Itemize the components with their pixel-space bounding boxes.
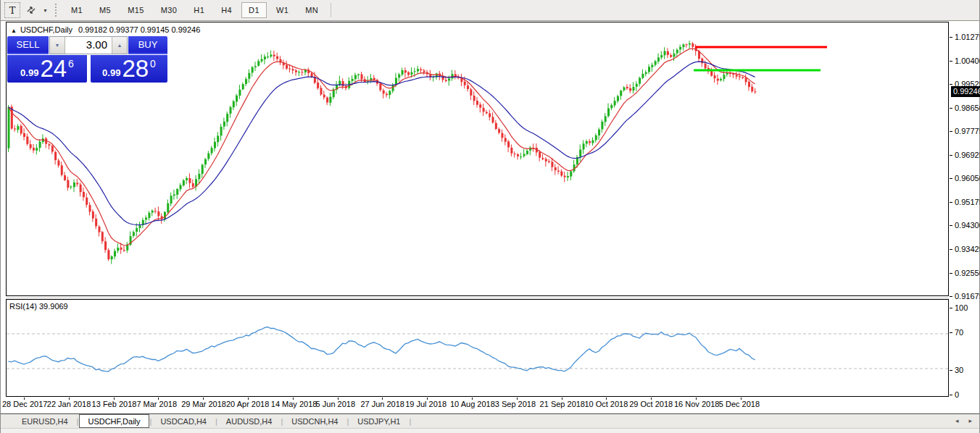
date-axis-tick xyxy=(114,398,115,400)
date-axis-tick xyxy=(651,398,652,400)
collapse-triangle-icon[interactable]: ▲ xyxy=(11,28,17,34)
date-axis-tick xyxy=(427,398,428,400)
date-axis-label: 27 Jun 2018 xyxy=(360,400,404,408)
price-axis-tick xyxy=(950,155,952,156)
timeframe-button-m30[interactable]: M30 xyxy=(154,2,185,18)
price-axis-tick xyxy=(950,249,952,250)
chart-tab-usdcad[interactable]: USDCAD,H4 xyxy=(152,414,215,428)
timeframe-button-d1[interactable]: D1 xyxy=(241,2,267,18)
date-axis-label: 10 Oct 2018 xyxy=(584,400,628,408)
rsi-indicator-pane[interactable]: RSI(14) 39.9069 xyxy=(6,299,949,397)
date-axis-label: 5 Dec 2018 xyxy=(719,400,760,408)
date-axis-tick xyxy=(696,398,697,400)
timeframe-button-m15[interactable]: M15 xyxy=(120,2,151,18)
date-axis-tick xyxy=(517,398,518,400)
date-axis-tick xyxy=(472,398,473,400)
price-axis-tick xyxy=(950,84,952,85)
timeframe-button-group: M1M5M15M30H1H4D1W1MN xyxy=(64,2,328,18)
chart-tab-usdcnh[interactable]: USDCNH,H4 xyxy=(283,414,346,428)
price-axis-label: 1.00400 xyxy=(955,56,980,65)
chevron-down-icon[interactable]: ▼ xyxy=(43,8,48,13)
buy-price-pips: 28 xyxy=(122,56,149,81)
date-axis-label: 5 Jun 2018 xyxy=(316,400,355,408)
chart-tab-usdchf[interactable]: USDCHF,Daily xyxy=(79,414,149,428)
buy-price-display[interactable]: 0.99 28 0 xyxy=(91,55,167,83)
rsi-axis-label: 30 xyxy=(955,366,963,374)
crosshair-tool-button[interactable] xyxy=(22,2,41,18)
toolbar-drag-handle[interactable] xyxy=(55,4,58,17)
volume-input[interactable]: 3.00 xyxy=(65,37,112,54)
date-axis-label: 29 Oct 2018 xyxy=(629,400,673,408)
tab-scroll-left-icon[interactable]: ◂ xyxy=(955,417,959,424)
chart-tab-eurusd[interactable]: EURUSD,H4 xyxy=(14,414,76,428)
date-axis-label: 28 Dec 2017 xyxy=(2,400,47,408)
price-axis-tick xyxy=(950,108,952,109)
price-chart-pane[interactable]: ▲USDCHF,Daily0.99182 0.99377 0.99145 0.9… xyxy=(6,22,949,296)
price-axis-tick xyxy=(950,37,952,38)
rsi-label: RSI(14) 39.9069 xyxy=(9,302,68,311)
top-toolbar: T ▼ M1M5M15M30H1H4D1W1MN xyxy=(1,0,979,21)
chart-tab-audusd[interactable]: AUDUSD,H4 xyxy=(218,414,281,428)
date-axis-label: 16 Nov 2018 xyxy=(674,400,719,408)
chart-ohlc-values: 0.99182 0.99377 0.99145 0.99246 xyxy=(78,25,200,34)
tab-separator: | xyxy=(408,417,412,426)
sell-price-display[interactable]: 0.99 24 6 xyxy=(7,55,87,83)
chart-workspace: ▲USDCHF,Daily0.99182 0.99377 0.99145 0.9… xyxy=(1,21,979,413)
chart-tab-usdjpy[interactable]: USDJPY,H1 xyxy=(349,414,408,428)
timeframe-button-m1[interactable]: M1 xyxy=(64,2,90,18)
date-axis-tick xyxy=(158,398,159,400)
tab-scroll-arrows: ◂ ▸ xyxy=(955,413,972,428)
timeframe-button-w1[interactable]: W1 xyxy=(269,2,296,18)
price-axis-tick xyxy=(950,225,952,226)
date-axis-label: 3 Sep 2018 xyxy=(495,400,536,408)
date-axis-label: 10 Aug 2018 xyxy=(450,400,495,408)
timeframe-button-mn[interactable]: MN xyxy=(298,2,325,18)
price-axis-tick xyxy=(950,296,952,297)
price-axis-label: 0.96925 xyxy=(955,151,980,159)
date-axis-label: 7 Mar 2018 xyxy=(136,400,177,408)
date-axis-tick xyxy=(203,398,204,400)
date-axis-tick xyxy=(338,398,339,400)
date-axis-label: 20 Apr 2018 xyxy=(226,400,269,408)
volume-increase-button[interactable]: ▲ xyxy=(112,37,127,54)
timeframe-button-h4[interactable]: H4 xyxy=(214,2,239,18)
price-axis-label: 0.91675 xyxy=(955,292,980,300)
chart-symbol-period: USDCHF,Daily xyxy=(20,25,72,34)
tab-scroll-right-icon[interactable]: ▸ xyxy=(968,417,972,424)
price-axis-tick xyxy=(950,202,952,203)
buy-button[interactable]: BUY xyxy=(128,36,167,54)
price-axis-label: 0.98650 xyxy=(955,104,980,112)
date-axis-tick xyxy=(741,398,742,400)
chart-title: ▲USDCHF,Daily0.99182 0.99377 0.99145 0.9… xyxy=(11,25,200,34)
rsi-axis-label: 70 xyxy=(955,328,963,337)
date-axis-label: 21 Sep 2018 xyxy=(540,400,585,408)
rsi-axis-label: 0 xyxy=(955,390,959,399)
rsi-current-value: 39.9069 xyxy=(39,302,68,311)
chart-tab-bar: EURUSD,H4|USDCHF,Daily|USDCAD,H4|AUDUSD,… xyxy=(1,413,979,428)
price-axis-label: 0.94300 xyxy=(955,221,980,230)
text-tool-button[interactable]: T xyxy=(4,2,20,18)
rsi-name: RSI(14) xyxy=(9,302,37,311)
date-axis-label: 22 Jan 2018 xyxy=(47,400,91,408)
date-axis-tick xyxy=(69,398,70,400)
one-click-trading-panel: SELL ▼ 3.00 ▲ BUY 0.99 24 6 0.99 xyxy=(7,36,167,83)
timeframe-button-h1[interactable]: H1 xyxy=(186,2,212,18)
price-axis-label: 0.97775 xyxy=(955,127,980,135)
sell-price-pips: 24 xyxy=(40,56,67,81)
price-axis-tick xyxy=(950,273,952,274)
sell-button[interactable]: SELL xyxy=(7,36,49,54)
price-axis-label: 0.96050 xyxy=(955,174,980,182)
price-axis-label: 0.95175 xyxy=(955,198,980,206)
toolbar-separator xyxy=(331,3,331,17)
status-strip xyxy=(1,428,979,433)
date-axis-label: 13 Feb 2018 xyxy=(92,400,137,408)
double-arrow-icon xyxy=(25,4,37,16)
sell-price-point: 6 xyxy=(68,58,74,70)
volume-decrease-button[interactable]: ▼ xyxy=(50,37,65,54)
timeframe-button-m5[interactable]: M5 xyxy=(92,2,118,18)
terminal-window: T ▼ M1M5M15M30H1H4D1W1MN ▲USDCHF,Daily0.… xyxy=(0,0,980,433)
price-axis-tick xyxy=(950,178,952,179)
date-axis-tick xyxy=(382,398,383,400)
date-axis-label: 29 Mar 2018 xyxy=(181,400,226,408)
buy-price-frac: 0.99 xyxy=(102,67,120,78)
